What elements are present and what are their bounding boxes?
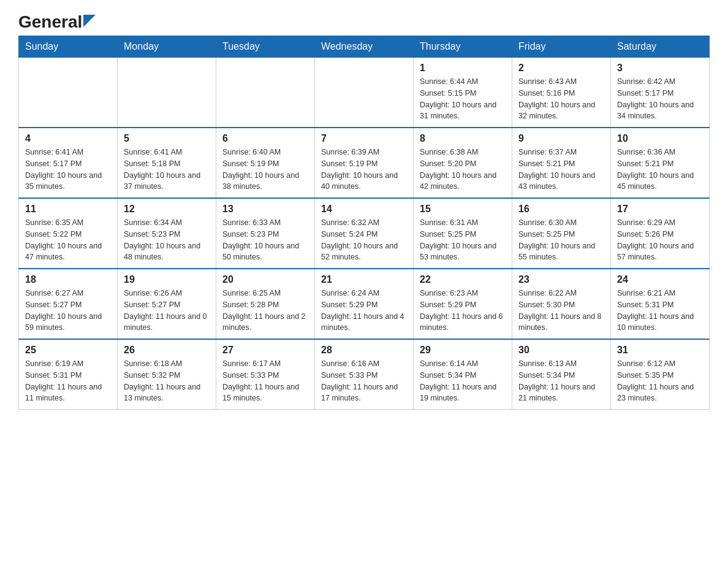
- day-info: Sunrise: 6:44 AMSunset: 5:15 PMDaylight:…: [420, 76, 506, 122]
- day-info: Sunrise: 6:13 AMSunset: 5:34 PMDaylight:…: [518, 358, 604, 404]
- day-number: 8: [420, 133, 506, 144]
- day-info: Sunrise: 6:12 AMSunset: 5:35 PMDaylight:…: [617, 358, 703, 404]
- day-number: 4: [25, 133, 111, 144]
- day-number: 29: [420, 345, 506, 356]
- calendar-cell: 29Sunrise: 6:14 AMSunset: 5:34 PMDayligh…: [414, 339, 512, 410]
- calendar-cell: 16Sunrise: 6:30 AMSunset: 5:25 PMDayligh…: [512, 198, 611, 269]
- calendar-cell: 18Sunrise: 6:27 AMSunset: 5:27 PMDayligh…: [19, 269, 118, 339]
- day-number: 19: [124, 274, 210, 285]
- weekday-header-tuesday: Tuesday: [216, 36, 315, 58]
- day-info: Sunrise: 6:41 AMSunset: 5:18 PMDaylight:…: [124, 147, 210, 193]
- day-number: 10: [617, 133, 703, 144]
- day-number: 20: [222, 274, 308, 285]
- day-info: Sunrise: 6:32 AMSunset: 5:24 PMDaylight:…: [321, 217, 407, 263]
- day-number: 12: [124, 204, 210, 215]
- day-info: Sunrise: 6:40 AMSunset: 5:19 PMDaylight:…: [222, 147, 308, 193]
- day-number: 6: [222, 133, 308, 144]
- calendar-cell: [216, 58, 315, 128]
- day-number: 15: [420, 204, 506, 215]
- day-number: 7: [321, 133, 407, 144]
- calendar-cell: 6Sunrise: 6:40 AMSunset: 5:19 PMDaylight…: [216, 128, 315, 198]
- weekday-header-sunday: Sunday: [19, 36, 118, 58]
- calendar-cell: [19, 58, 118, 128]
- day-info: Sunrise: 6:33 AMSunset: 5:23 PMDaylight:…: [222, 217, 308, 263]
- calendar-header-row: SundayMondayTuesdayWednesdayThursdayFrid…: [19, 36, 710, 58]
- calendar-week-row: 11Sunrise: 6:35 AMSunset: 5:22 PMDayligh…: [19, 198, 710, 269]
- weekday-header-monday: Monday: [118, 36, 216, 58]
- day-info: Sunrise: 6:26 AMSunset: 5:27 PMDaylight:…: [124, 288, 210, 334]
- calendar-cell: 20Sunrise: 6:25 AMSunset: 5:28 PMDayligh…: [216, 269, 315, 339]
- calendar-week-row: 25Sunrise: 6:19 AMSunset: 5:31 PMDayligh…: [19, 339, 710, 410]
- day-info: Sunrise: 6:18 AMSunset: 5:32 PMDaylight:…: [124, 358, 210, 404]
- day-info: Sunrise: 6:16 AMSunset: 5:33 PMDaylight:…: [321, 358, 407, 404]
- calendar-cell: 21Sunrise: 6:24 AMSunset: 5:29 PMDayligh…: [315, 269, 414, 339]
- logo-general: General: [18, 12, 82, 32]
- day-number: 18: [25, 274, 111, 285]
- day-number: 30: [518, 345, 604, 356]
- logo-text: General: [18, 12, 96, 32]
- page-header: General: [18, 12, 710, 29]
- day-number: 23: [518, 274, 604, 285]
- calendar-cell: 1Sunrise: 6:44 AMSunset: 5:15 PMDaylight…: [414, 58, 512, 128]
- day-number: 14: [321, 204, 407, 215]
- day-info: Sunrise: 6:27 AMSunset: 5:27 PMDaylight:…: [25, 288, 111, 334]
- day-info: Sunrise: 6:22 AMSunset: 5:30 PMDaylight:…: [518, 288, 604, 334]
- calendar-cell: 4Sunrise: 6:41 AMSunset: 5:17 PMDaylight…: [19, 128, 118, 198]
- day-info: Sunrise: 6:24 AMSunset: 5:29 PMDaylight:…: [321, 288, 407, 334]
- logo-triangle-icon: [83, 15, 96, 27]
- calendar-cell: 7Sunrise: 6:39 AMSunset: 5:19 PMDaylight…: [315, 128, 414, 198]
- day-number: 25: [25, 345, 111, 356]
- weekday-header-friday: Friday: [512, 36, 611, 58]
- day-number: 11: [25, 204, 111, 215]
- calendar-cell: 17Sunrise: 6:29 AMSunset: 5:26 PMDayligh…: [611, 198, 710, 269]
- day-number: 22: [420, 274, 506, 285]
- day-number: 13: [222, 204, 308, 215]
- weekday-header-saturday: Saturday: [611, 36, 710, 58]
- calendar-cell: 19Sunrise: 6:26 AMSunset: 5:27 PMDayligh…: [118, 269, 216, 339]
- day-info: Sunrise: 6:34 AMSunset: 5:23 PMDaylight:…: [124, 217, 210, 263]
- day-info: Sunrise: 6:23 AMSunset: 5:29 PMDaylight:…: [420, 288, 506, 334]
- calendar-cell: 11Sunrise: 6:35 AMSunset: 5:22 PMDayligh…: [19, 198, 118, 269]
- weekday-header-wednesday: Wednesday: [315, 36, 414, 58]
- calendar-week-row: 4Sunrise: 6:41 AMSunset: 5:17 PMDaylight…: [19, 128, 710, 198]
- day-info: Sunrise: 6:35 AMSunset: 5:22 PMDaylight:…: [25, 217, 111, 263]
- day-info: Sunrise: 6:14 AMSunset: 5:34 PMDaylight:…: [420, 358, 506, 404]
- day-number: 28: [321, 345, 407, 356]
- weekday-header-thursday: Thursday: [414, 36, 512, 58]
- day-info: Sunrise: 6:29 AMSunset: 5:26 PMDaylight:…: [617, 217, 703, 263]
- day-number: 26: [124, 345, 210, 356]
- calendar-cell: 27Sunrise: 6:17 AMSunset: 5:33 PMDayligh…: [216, 339, 315, 410]
- calendar-cell: 3Sunrise: 6:42 AMSunset: 5:17 PMDaylight…: [611, 58, 710, 128]
- day-number: 9: [518, 133, 604, 144]
- day-info: Sunrise: 6:39 AMSunset: 5:19 PMDaylight:…: [321, 147, 407, 193]
- day-info: Sunrise: 6:42 AMSunset: 5:17 PMDaylight:…: [617, 76, 703, 122]
- calendar-cell: 25Sunrise: 6:19 AMSunset: 5:31 PMDayligh…: [19, 339, 118, 410]
- calendar-cell: 10Sunrise: 6:36 AMSunset: 5:21 PMDayligh…: [611, 128, 710, 198]
- calendar-week-row: 18Sunrise: 6:27 AMSunset: 5:27 PMDayligh…: [19, 269, 710, 339]
- calendar-cell: 26Sunrise: 6:18 AMSunset: 5:32 PMDayligh…: [118, 339, 216, 410]
- day-info: Sunrise: 6:38 AMSunset: 5:20 PMDaylight:…: [420, 147, 506, 193]
- calendar-cell: 5Sunrise: 6:41 AMSunset: 5:18 PMDaylight…: [118, 128, 216, 198]
- calendar-table: SundayMondayTuesdayWednesdayThursdayFrid…: [18, 36, 710, 410]
- calendar-week-row: 1Sunrise: 6:44 AMSunset: 5:15 PMDaylight…: [19, 58, 710, 128]
- day-number: 16: [518, 204, 604, 215]
- day-number: 24: [617, 274, 703, 285]
- calendar-cell: 23Sunrise: 6:22 AMSunset: 5:30 PMDayligh…: [512, 269, 611, 339]
- day-number: 31: [617, 345, 703, 356]
- day-info: Sunrise: 6:17 AMSunset: 5:33 PMDaylight:…: [222, 358, 308, 404]
- day-info: Sunrise: 6:43 AMSunset: 5:16 PMDaylight:…: [518, 76, 604, 122]
- calendar-cell: 8Sunrise: 6:38 AMSunset: 5:20 PMDaylight…: [414, 128, 512, 198]
- calendar-cell: 28Sunrise: 6:16 AMSunset: 5:33 PMDayligh…: [315, 339, 414, 410]
- calendar-cell: 30Sunrise: 6:13 AMSunset: 5:34 PMDayligh…: [512, 339, 611, 410]
- calendar-cell: [315, 58, 414, 128]
- day-info: Sunrise: 6:19 AMSunset: 5:31 PMDaylight:…: [25, 358, 111, 404]
- day-number: 1: [420, 63, 506, 74]
- day-number: 2: [518, 63, 604, 74]
- calendar-cell: [118, 58, 216, 128]
- day-number: 21: [321, 274, 407, 285]
- calendar-cell: 14Sunrise: 6:32 AMSunset: 5:24 PMDayligh…: [315, 198, 414, 269]
- calendar-cell: 15Sunrise: 6:31 AMSunset: 5:25 PMDayligh…: [414, 198, 512, 269]
- calendar-cell: 13Sunrise: 6:33 AMSunset: 5:23 PMDayligh…: [216, 198, 315, 269]
- day-info: Sunrise: 6:41 AMSunset: 5:17 PMDaylight:…: [25, 147, 111, 193]
- calendar-cell: 9Sunrise: 6:37 AMSunset: 5:21 PMDaylight…: [512, 128, 611, 198]
